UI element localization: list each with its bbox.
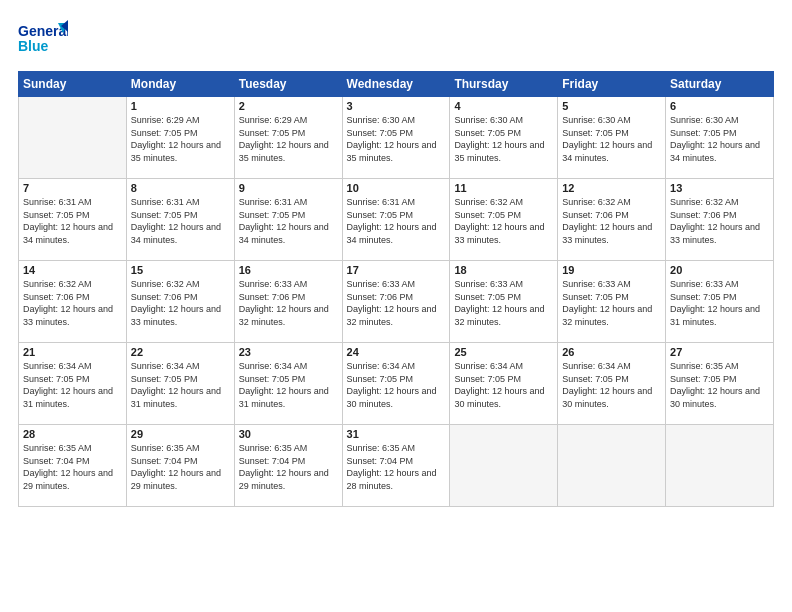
day-number: 4 xyxy=(454,100,553,112)
day-number: 7 xyxy=(23,182,122,194)
calendar-header-row: SundayMondayTuesdayWednesdayThursdayFrid… xyxy=(19,72,774,97)
day-header-tuesday: Tuesday xyxy=(234,72,342,97)
day-info: Sunrise: 6:33 AMSunset: 7:05 PMDaylight:… xyxy=(454,278,553,328)
day-info: Sunrise: 6:35 AMSunset: 7:04 PMDaylight:… xyxy=(347,442,446,492)
calendar-cell: 1Sunrise: 6:29 AMSunset: 7:05 PMDaylight… xyxy=(126,97,234,179)
header: General Blue xyxy=(18,18,774,63)
calendar-cell: 30Sunrise: 6:35 AMSunset: 7:04 PMDayligh… xyxy=(234,425,342,507)
day-info: Sunrise: 6:30 AMSunset: 7:05 PMDaylight:… xyxy=(454,114,553,164)
day-info: Sunrise: 6:29 AMSunset: 7:05 PMDaylight:… xyxy=(239,114,338,164)
calendar-cell: 16Sunrise: 6:33 AMSunset: 7:06 PMDayligh… xyxy=(234,261,342,343)
day-header-sunday: Sunday xyxy=(19,72,127,97)
calendar-cell: 15Sunrise: 6:32 AMSunset: 7:06 PMDayligh… xyxy=(126,261,234,343)
calendar-cell: 12Sunrise: 6:32 AMSunset: 7:06 PMDayligh… xyxy=(558,179,666,261)
calendar-cell: 29Sunrise: 6:35 AMSunset: 7:04 PMDayligh… xyxy=(126,425,234,507)
day-info: Sunrise: 6:32 AMSunset: 7:06 PMDaylight:… xyxy=(23,278,122,328)
week-row-4: 21Sunrise: 6:34 AMSunset: 7:05 PMDayligh… xyxy=(19,343,774,425)
day-header-wednesday: Wednesday xyxy=(342,72,450,97)
day-number: 18 xyxy=(454,264,553,276)
week-row-1: 1Sunrise: 6:29 AMSunset: 7:05 PMDaylight… xyxy=(19,97,774,179)
calendar-cell: 23Sunrise: 6:34 AMSunset: 7:05 PMDayligh… xyxy=(234,343,342,425)
day-info: Sunrise: 6:34 AMSunset: 7:05 PMDaylight:… xyxy=(239,360,338,410)
day-info: Sunrise: 6:30 AMSunset: 7:05 PMDaylight:… xyxy=(347,114,446,164)
day-number: 13 xyxy=(670,182,769,194)
day-number: 23 xyxy=(239,346,338,358)
day-number: 27 xyxy=(670,346,769,358)
day-number: 31 xyxy=(347,428,446,440)
calendar-table: SundayMondayTuesdayWednesdayThursdayFrid… xyxy=(18,71,774,507)
day-number: 30 xyxy=(239,428,338,440)
calendar-cell xyxy=(558,425,666,507)
day-info: Sunrise: 6:33 AMSunset: 7:05 PMDaylight:… xyxy=(562,278,661,328)
day-info: Sunrise: 6:32 AMSunset: 7:06 PMDaylight:… xyxy=(131,278,230,328)
day-number: 29 xyxy=(131,428,230,440)
calendar-cell: 6Sunrise: 6:30 AMSunset: 7:05 PMDaylight… xyxy=(666,97,774,179)
day-number: 12 xyxy=(562,182,661,194)
calendar-cell: 31Sunrise: 6:35 AMSunset: 7:04 PMDayligh… xyxy=(342,425,450,507)
day-number: 28 xyxy=(23,428,122,440)
calendar-cell: 25Sunrise: 6:34 AMSunset: 7:05 PMDayligh… xyxy=(450,343,558,425)
day-info: Sunrise: 6:35 AMSunset: 7:05 PMDaylight:… xyxy=(670,360,769,410)
logo-icon: General Blue xyxy=(18,18,68,63)
day-number: 3 xyxy=(347,100,446,112)
calendar-cell: 10Sunrise: 6:31 AMSunset: 7:05 PMDayligh… xyxy=(342,179,450,261)
week-row-2: 7Sunrise: 6:31 AMSunset: 7:05 PMDaylight… xyxy=(19,179,774,261)
calendar-cell: 11Sunrise: 6:32 AMSunset: 7:05 PMDayligh… xyxy=(450,179,558,261)
calendar-cell: 27Sunrise: 6:35 AMSunset: 7:05 PMDayligh… xyxy=(666,343,774,425)
svg-text:Blue: Blue xyxy=(18,38,49,54)
day-info: Sunrise: 6:32 AMSunset: 7:06 PMDaylight:… xyxy=(670,196,769,246)
week-row-5: 28Sunrise: 6:35 AMSunset: 7:04 PMDayligh… xyxy=(19,425,774,507)
day-number: 17 xyxy=(347,264,446,276)
day-number: 21 xyxy=(23,346,122,358)
calendar-cell: 22Sunrise: 6:34 AMSunset: 7:05 PMDayligh… xyxy=(126,343,234,425)
day-header-monday: Monday xyxy=(126,72,234,97)
week-row-3: 14Sunrise: 6:32 AMSunset: 7:06 PMDayligh… xyxy=(19,261,774,343)
day-info: Sunrise: 6:32 AMSunset: 7:06 PMDaylight:… xyxy=(562,196,661,246)
calendar-cell: 13Sunrise: 6:32 AMSunset: 7:06 PMDayligh… xyxy=(666,179,774,261)
calendar-cell: 7Sunrise: 6:31 AMSunset: 7:05 PMDaylight… xyxy=(19,179,127,261)
calendar-cell: 3Sunrise: 6:30 AMSunset: 7:05 PMDaylight… xyxy=(342,97,450,179)
day-number: 26 xyxy=(562,346,661,358)
calendar-cell xyxy=(666,425,774,507)
day-number: 16 xyxy=(239,264,338,276)
calendar-cell: 28Sunrise: 6:35 AMSunset: 7:04 PMDayligh… xyxy=(19,425,127,507)
day-number: 2 xyxy=(239,100,338,112)
calendar-cell: 18Sunrise: 6:33 AMSunset: 7:05 PMDayligh… xyxy=(450,261,558,343)
day-info: Sunrise: 6:29 AMSunset: 7:05 PMDaylight:… xyxy=(131,114,230,164)
calendar-cell: 26Sunrise: 6:34 AMSunset: 7:05 PMDayligh… xyxy=(558,343,666,425)
calendar-cell: 14Sunrise: 6:32 AMSunset: 7:06 PMDayligh… xyxy=(19,261,127,343)
day-header-friday: Friday xyxy=(558,72,666,97)
calendar-cell: 2Sunrise: 6:29 AMSunset: 7:05 PMDaylight… xyxy=(234,97,342,179)
day-info: Sunrise: 6:35 AMSunset: 7:04 PMDaylight:… xyxy=(239,442,338,492)
day-info: Sunrise: 6:34 AMSunset: 7:05 PMDaylight:… xyxy=(131,360,230,410)
day-info: Sunrise: 6:31 AMSunset: 7:05 PMDaylight:… xyxy=(347,196,446,246)
day-info: Sunrise: 6:33 AMSunset: 7:06 PMDaylight:… xyxy=(347,278,446,328)
day-info: Sunrise: 6:30 AMSunset: 7:05 PMDaylight:… xyxy=(670,114,769,164)
day-number: 6 xyxy=(670,100,769,112)
day-info: Sunrise: 6:34 AMSunset: 7:05 PMDaylight:… xyxy=(454,360,553,410)
calendar-cell xyxy=(19,97,127,179)
day-number: 19 xyxy=(562,264,661,276)
calendar-cell xyxy=(450,425,558,507)
day-number: 8 xyxy=(131,182,230,194)
day-info: Sunrise: 6:33 AMSunset: 7:05 PMDaylight:… xyxy=(670,278,769,328)
day-info: Sunrise: 6:33 AMSunset: 7:06 PMDaylight:… xyxy=(239,278,338,328)
day-number: 15 xyxy=(131,264,230,276)
day-header-saturday: Saturday xyxy=(666,72,774,97)
day-number: 24 xyxy=(347,346,446,358)
day-number: 25 xyxy=(454,346,553,358)
calendar-cell: 21Sunrise: 6:34 AMSunset: 7:05 PMDayligh… xyxy=(19,343,127,425)
day-info: Sunrise: 6:35 AMSunset: 7:04 PMDaylight:… xyxy=(131,442,230,492)
logo: General Blue xyxy=(18,18,70,63)
day-info: Sunrise: 6:34 AMSunset: 7:05 PMDaylight:… xyxy=(347,360,446,410)
day-number: 9 xyxy=(239,182,338,194)
day-number: 14 xyxy=(23,264,122,276)
calendar-cell: 9Sunrise: 6:31 AMSunset: 7:05 PMDaylight… xyxy=(234,179,342,261)
page: General Blue SundayMondayTuesdayWednesda… xyxy=(0,0,792,612)
day-number: 11 xyxy=(454,182,553,194)
calendar-cell: 19Sunrise: 6:33 AMSunset: 7:05 PMDayligh… xyxy=(558,261,666,343)
day-number: 1 xyxy=(131,100,230,112)
day-info: Sunrise: 6:34 AMSunset: 7:05 PMDaylight:… xyxy=(23,360,122,410)
day-info: Sunrise: 6:31 AMSunset: 7:05 PMDaylight:… xyxy=(23,196,122,246)
calendar-cell: 4Sunrise: 6:30 AMSunset: 7:05 PMDaylight… xyxy=(450,97,558,179)
